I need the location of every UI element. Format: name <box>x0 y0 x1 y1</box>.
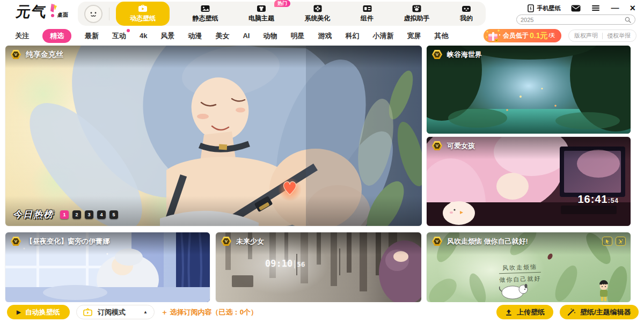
category-widescreen[interactable]: 宽屏 <box>407 31 421 41</box>
copyright-link[interactable]: 版权声明 <box>574 32 598 40</box>
tab-label: 虚拟助手 <box>404 14 430 23</box>
wallpaper-clock: 16:41:54 <box>577 193 619 206</box>
category-follow[interactable]: 关注 <box>15 31 29 41</box>
tab-dynamic-wallpaper[interactable]: 动态壁纸 <box>116 2 170 26</box>
subscribe-mode-label: 订阅模式 <box>98 308 139 317</box>
cursor-icon <box>602 237 612 246</box>
user-avatar[interactable] <box>84 5 103 23</box>
phone-icon <box>528 4 534 12</box>
logo-exclamation-icon <box>49 4 56 18</box>
category-animal[interactable]: 动物 <box>263 31 277 41</box>
rank-page-1[interactable]: 1 <box>60 210 69 219</box>
card-title-bar: V 可爱女孩 <box>427 137 631 159</box>
upload-label: 上传壁纸 <box>517 308 545 317</box>
legal-divider <box>602 33 603 39</box>
select-subscribe-content-link[interactable]: ＋ 选择订阅内容（已选：0个） <box>161 308 258 317</box>
category-list: 关注 精选 最新 互动 4k 风景 动漫 美女 AI 动物 明星 游戏 科幻 小… <box>15 31 448 41</box>
selected-count: 0 <box>240 308 244 316</box>
wallpaper-card-no-worries[interactable]: V 风吹走烦恼 做你自己就好! 风吹走烦恼 做你自己就好 <box>427 232 631 302</box>
card-title-bar: V 纯享金克丝 <box>5 46 422 68</box>
bottom-bar: ▶ 自动换壁纸 订阅模式 ▲ ＋ 选择订阅内容（已选：0个） 上传壁纸 <box>0 302 644 322</box>
card-title-bar: V 风吹走烦恼 做你自己就好! <box>427 232 631 255</box>
category-interactive[interactable]: 互动 <box>112 31 126 41</box>
tab-system-beautify[interactable]: 系统美化 <box>297 2 338 26</box>
app-logo: 元气 桌面 <box>16 4 68 20</box>
vip-per-day: /天 <box>548 32 555 39</box>
flower-icon <box>313 5 322 12</box>
minimize-button[interactable]: — <box>611 4 619 12</box>
card-title-bar: V 未来少女 <box>216 232 421 255</box>
rank-page-2[interactable]: 2 <box>72 210 81 219</box>
category-featured[interactable]: 精选 <box>42 29 71 43</box>
select-suffix: 个） <box>244 308 258 316</box>
message-icon[interactable] <box>571 5 581 12</box>
menu-icon[interactable] <box>591 5 600 11</box>
tab-label: 静态壁纸 <box>193 14 218 23</box>
report-link[interactable]: 侵权举报 <box>607 32 631 40</box>
wallpaper-theme-editor-button[interactable]: 壁纸/主题编辑器 <box>560 305 639 319</box>
wallpaper-card-elaina[interactable]: V 【昼夜变化】窗旁の伊蕾娜 <box>5 232 210 302</box>
card-title-bar: V 【昼夜变化】窗旁の伊蕾娜 <box>5 232 210 255</box>
category-scenery[interactable]: 风景 <box>160 31 174 41</box>
primary-tabs: 动态壁纸 静态壁纸 热门 电脑主题 <box>116 2 480 26</box>
daily-hot-rank: 今日热榜 1 2 3 4 5 <box>13 208 118 221</box>
verified-badge-icon: V <box>11 50 21 59</box>
wallpaper-card-cute-girl[interactable]: V 可爱女孩 16:41:54 <box>427 137 631 226</box>
close-button[interactable]: × <box>630 4 635 12</box>
wallpaper-overlay-text: 风吹走烦恼 做你自己就好 <box>499 263 541 284</box>
chevron-up-icon: ▲ <box>143 310 148 314</box>
tab-widgets[interactable]: 组件 <box>353 2 381 26</box>
clock-ss: 54 <box>611 197 619 204</box>
vip-promo-badge[interactable]: 会员低于 0.1元 /天 <box>484 29 561 42</box>
category-game[interactable]: 游戏 <box>318 31 332 41</box>
subscribe-mode-dropdown[interactable]: 订阅模式 ▲ <box>76 305 155 319</box>
category-star[interactable]: 明星 <box>290 31 304 41</box>
tab-mine[interactable]: 我的 <box>452 2 480 26</box>
shirt-icon <box>257 5 266 12</box>
category-fresh[interactable]: 小清新 <box>372 31 393 41</box>
tab-label: 电脑主题 <box>248 14 274 23</box>
phone-wallpaper-label: 手机壁纸 <box>537 4 560 12</box>
video-wallpaper-icon <box>138 5 148 12</box>
tab-virtual-assistant[interactable]: 虚拟助手 <box>397 2 437 26</box>
category-other[interactable]: 其他 <box>434 31 448 41</box>
wallpaper-card-future-girl[interactable]: V 未来少女 09:10│56 <box>216 232 421 302</box>
tab-label: 组件 <box>361 14 374 23</box>
upload-icon <box>505 309 513 316</box>
legal-links: 版权声明 侵权举报 <box>568 30 636 42</box>
category-scifi[interactable]: 科幻 <box>345 31 359 41</box>
verified-badge-icon: V <box>432 141 442 150</box>
category-anime[interactable]: 动漫 <box>188 31 202 41</box>
rank-page-5[interactable]: 5 <box>109 210 118 219</box>
category-beauty[interactable]: 美女 <box>215 31 229 41</box>
verified-badge-icon: V <box>11 237 21 246</box>
tv-icon <box>83 308 92 316</box>
rank-page-4[interactable]: 4 <box>97 210 106 219</box>
category-ai[interactable]: AI <box>243 32 250 40</box>
overlay-line-2: 做你自己就好 <box>499 275 541 284</box>
tab-pc-theme[interactable]: 热门 电脑主题 <box>241 2 282 26</box>
card-title: 风吹走烦恼 做你自己就好! <box>447 237 528 246</box>
search-input[interactable] <box>521 17 617 23</box>
cursor-sparkle-icon <box>616 237 626 246</box>
nav-divider <box>109 8 109 20</box>
app-window: 元气 桌面 动态壁纸 <box>0 0 644 322</box>
card-title: 【昼夜变化】窗旁の伊蕾娜 <box>26 237 109 246</box>
play-icon: ▶ <box>17 310 21 315</box>
phone-wallpaper-entry[interactable]: 手机壁纸 <box>528 4 560 12</box>
wallpaper-card-canyon[interactable]: V 峡谷海世界 <box>427 46 631 134</box>
tab-label: 动态壁纸 <box>130 14 156 23</box>
category-label: 互动 <box>112 32 126 40</box>
vip-text: 会员低于 <box>503 31 529 40</box>
category-latest[interactable]: 最新 <box>85 31 99 41</box>
vip-price: 0.1元 <box>530 31 547 41</box>
upload-wallpaper-button[interactable]: 上传壁纸 <box>496 305 553 319</box>
robot-icon <box>462 5 471 12</box>
category-4k[interactable]: 4k <box>140 32 147 40</box>
tab-static-wallpaper[interactable]: 静态壁纸 <box>185 2 226 26</box>
search-icon[interactable] <box>625 17 631 23</box>
rank-page-3[interactable]: 3 <box>85 210 93 219</box>
search-box[interactable] <box>516 14 635 25</box>
wallpaper-card-hero[interactable]: V 纯享金克丝 今日热榜 1 2 3 4 5 <box>5 46 422 226</box>
auto-change-wallpaper-button[interactable]: ▶ 自动换壁纸 <box>7 305 70 319</box>
